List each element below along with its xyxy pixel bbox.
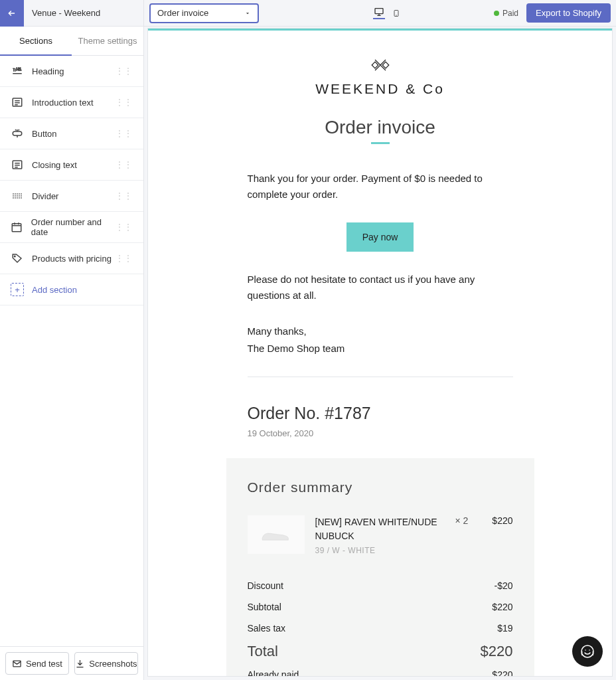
section-label: Button (32, 129, 57, 139)
already-paid-value: $220 (492, 669, 512, 676)
divider (248, 377, 513, 377)
intro-text: Thank you for your order. Payment of $0 … (248, 171, 513, 203)
export-button[interactable]: Export to Shopify (526, 3, 611, 23)
tax-row: Sales tax$19 (248, 618, 513, 639)
chevron-down-icon (244, 10, 251, 17)
logo-text: WEEKEND & Co (248, 81, 513, 97)
product-qty: × 2 (455, 515, 468, 555)
venue-label: Venue - Weekend (24, 8, 108, 18)
text-icon (11, 158, 24, 171)
divider-icon (11, 189, 24, 203)
already-paid-label: Already paid (248, 669, 299, 676)
drag-handle-icon[interactable]: ⋮⋮ (116, 66, 133, 76)
already-paid-row: Already paid$220 (248, 664, 513, 676)
back-button[interactable] (0, 0, 24, 27)
desktop-view-button[interactable] (373, 7, 385, 19)
sidebar-tabs: Sections Theme settings (0, 27, 143, 56)
section-order-date[interactable]: Order number and date ⋮⋮ (0, 212, 143, 243)
mobile-view-button[interactable] (390, 7, 402, 19)
drag-handle-icon[interactable]: ⋮⋮ (116, 160, 133, 169)
paid-label: Paid (502, 9, 518, 18)
logo-mark-icon (370, 57, 391, 76)
product-info: [NEW] RAVEN WHITE/NUDE NUBUCK 39 / W - W… (315, 515, 445, 555)
sidebar: Venue - Weekend Sections Theme settings … (0, 0, 144, 680)
section-closing-text[interactable]: Closing text ⋮⋮ (0, 149, 143, 181)
section-label: Heading (32, 66, 64, 76)
product-variant: 39 / W - WHITE (315, 546, 445, 555)
section-products-pricing[interactable]: Products with pricing ⋮⋮ (0, 243, 143, 274)
download-icon (75, 659, 85, 669)
price-tag-icon (11, 252, 24, 265)
main-area: Order invoice Paid Export to Shopify (144, 0, 616, 680)
sidebar-footer: Send test Screenshots (0, 646, 143, 680)
pay-now-button[interactable]: Pay now (346, 222, 414, 252)
drag-handle-icon[interactable]: ⋮⋮ (116, 222, 133, 232)
drag-handle-icon[interactable]: ⋮⋮ (116, 191, 133, 201)
product-name: [NEW] RAVEN WHITE/NUDE NUBUCK (315, 515, 445, 543)
closing-text-2: Many thanks, (248, 323, 513, 339)
tax-label: Sales tax (248, 623, 286, 634)
tab-theme-settings[interactable]: Theme settings (72, 27, 143, 55)
svg-point-10 (581, 645, 593, 657)
mobile-icon (392, 8, 400, 19)
sections-list: H1 Heading ⋮⋮ Introduction text ⋮⋮ Butto… (0, 56, 143, 646)
product-image (248, 515, 305, 554)
logo-area: WEEKEND & Co (248, 57, 513, 97)
calendar-icon (11, 220, 23, 234)
topbar-right: Paid Export to Shopify (494, 3, 611, 23)
section-intro-text[interactable]: Introduction text ⋮⋮ (0, 87, 143, 118)
section-heading[interactable]: H1 Heading ⋮⋮ (0, 56, 143, 87)
svg-rect-4 (13, 224, 22, 232)
topbar: Order invoice Paid Export to Shopify (144, 0, 616, 27)
mail-icon (12, 659, 22, 669)
tab-sections[interactable]: Sections (0, 27, 72, 55)
drag-handle-icon[interactable]: ⋮⋮ (116, 254, 133, 263)
back-arrow-icon (7, 9, 17, 18)
drag-handle-icon[interactable]: ⋮⋮ (116, 98, 133, 107)
svg-rect-7 (375, 8, 383, 13)
chat-support-button[interactable] (572, 636, 603, 667)
preview-scroll[interactable]: WEEKEND & Co Order invoice Thank you for… (148, 29, 612, 676)
desktop-icon (374, 7, 384, 17)
section-label: Divider (32, 191, 58, 201)
template-select[interactable]: Order invoice (149, 3, 259, 23)
send-test-label: Send test (26, 659, 62, 669)
button-icon (11, 127, 24, 140)
summary-title: Order summary (248, 479, 513, 495)
svg-text:H1: H1 (17, 67, 22, 71)
email-title: Order invoice (248, 117, 513, 138)
tax-value: $19 (497, 623, 512, 634)
svg-point-9 (396, 15, 397, 15)
closing-text-3: The Demo Shop team (248, 341, 513, 357)
drag-handle-icon[interactable]: ⋮⋮ (116, 129, 133, 138)
section-button[interactable]: Button ⋮⋮ (0, 118, 143, 149)
shoe-icon (260, 527, 293, 543)
total-value: $220 (481, 643, 513, 660)
heading-icon: H1 (11, 64, 24, 78)
preview-wrap: WEEKEND & Co Order invoice Thank you for… (144, 27, 616, 680)
template-selected-label: Order invoice (157, 8, 208, 18)
screenshots-button[interactable]: Screenshots (74, 652, 138, 675)
sidebar-header: Venue - Weekend (0, 0, 143, 27)
section-label: Closing text (32, 160, 77, 170)
total-row: Total$220 (248, 639, 513, 664)
closing-text-1: Please do not hesitate to contact us if … (248, 272, 513, 303)
discount-value: -$20 (494, 580, 512, 591)
product-price: $220 (492, 515, 512, 555)
chat-icon (579, 643, 595, 659)
order-date: 19 October, 2020 (248, 428, 513, 438)
add-icon: + (11, 283, 24, 296)
subtotal-label: Subtotal (248, 602, 281, 612)
svg-point-5 (15, 256, 16, 257)
section-divider[interactable]: Divider ⋮⋮ (0, 181, 143, 212)
paid-status: Paid (494, 9, 518, 18)
add-section-button[interactable]: + Add section (0, 274, 143, 305)
total-label: Total (248, 643, 278, 660)
order-summary-box: Order summary [NEW] RAVEN WHITE/NUDE NUB… (226, 458, 534, 676)
title-underline (371, 142, 390, 144)
add-section-label: Add section (32, 285, 77, 295)
order-number: Order No. #1787 (248, 404, 513, 423)
totals: Discount-$20 Subtotal$220 Sales tax$19 T… (248, 575, 513, 676)
send-test-button[interactable]: Send test (5, 652, 69, 675)
subtotal-value: $220 (492, 602, 512, 612)
